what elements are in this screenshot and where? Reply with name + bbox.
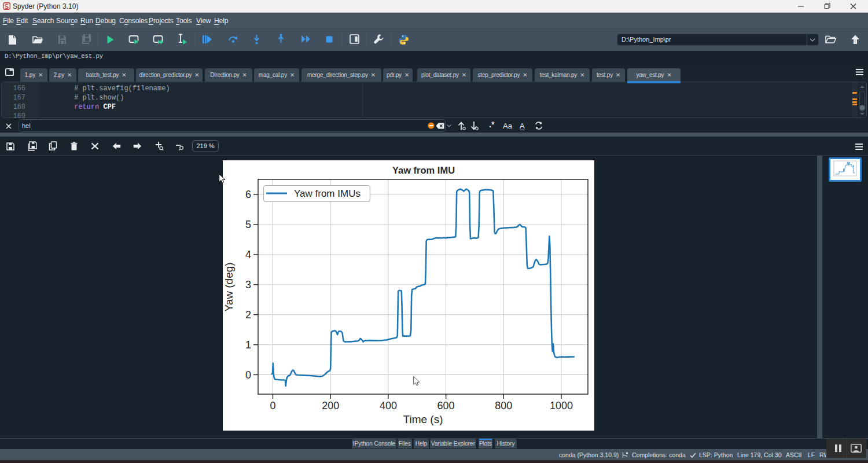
svg-text:Yaw (deg): Yaw (deg): [223, 262, 235, 311]
svg-text:1: 1: [245, 339, 251, 351]
svg-text:5: 5: [245, 219, 251, 230]
svg-text:400: 400: [380, 400, 397, 411]
svg-text:1000: 1000: [550, 400, 573, 411]
svg-text:2: 2: [245, 309, 251, 321]
svg-text:6: 6: [245, 189, 251, 200]
svg-text:800: 800: [495, 400, 512, 411]
svg-text:0: 0: [245, 369, 251, 381]
svg-text:600: 600: [437, 400, 455, 411]
svg-text:4: 4: [245, 249, 251, 260]
svg-text:Yaw from IMUs: Yaw from IMUs: [294, 188, 361, 199]
svg-text:0: 0: [270, 400, 275, 411]
svg-text:Yaw from IMU: Yaw from IMU: [392, 165, 455, 175]
svg-text:3: 3: [245, 279, 251, 291]
svg-text:200: 200: [322, 400, 339, 411]
svg-text:Time (s): Time (s): [403, 413, 443, 425]
